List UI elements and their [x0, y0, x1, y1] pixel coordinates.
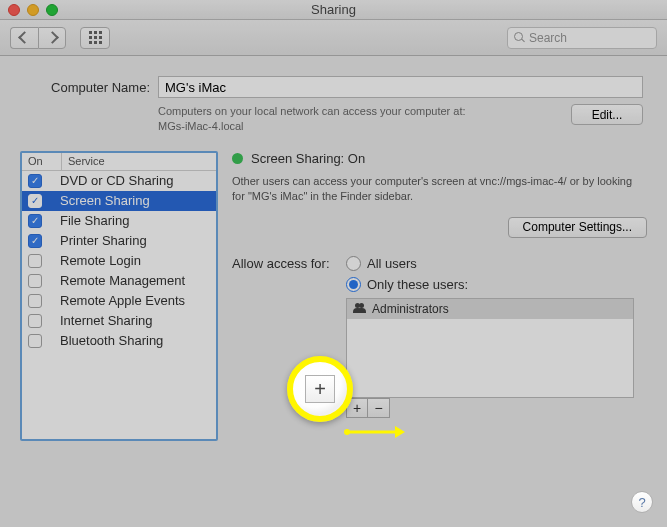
- chevron-right-icon: [46, 31, 59, 44]
- services-header-on: On: [22, 153, 62, 170]
- service-checkbox[interactable]: [28, 254, 42, 268]
- search-input[interactable]: Search: [507, 27, 657, 49]
- service-checkbox[interactable]: [28, 274, 42, 288]
- service-label: Remote Login: [60, 253, 141, 268]
- status-text: Screen Sharing: On: [251, 151, 365, 166]
- computer-settings-button[interactable]: Computer Settings...: [508, 217, 647, 238]
- computer-name-label: Computer Name:: [24, 80, 150, 95]
- services-header-service: Service: [62, 153, 216, 170]
- service-checkbox[interactable]: ✓: [28, 194, 42, 208]
- nav-buttons: [10, 27, 66, 49]
- service-row[interactable]: Remote Apple Events: [22, 291, 216, 311]
- service-label: Remote Apple Events: [60, 293, 185, 308]
- service-row[interactable]: Remote Management: [22, 271, 216, 291]
- service-label: Screen Sharing: [60, 193, 150, 208]
- add-remove-buttons: + −: [346, 398, 647, 418]
- back-button[interactable]: [10, 27, 38, 49]
- service-label: DVD or CD Sharing: [60, 173, 173, 188]
- service-checkbox[interactable]: ✓: [28, 214, 42, 228]
- service-row[interactable]: Remote Login: [22, 251, 216, 271]
- help-button[interactable]: ?: [631, 491, 653, 513]
- remove-user-button[interactable]: −: [368, 398, 390, 418]
- forward-button[interactable]: [38, 27, 66, 49]
- status-description: Other users can access your computer's s…: [232, 174, 647, 205]
- user-name: Administrators: [372, 302, 449, 316]
- radio-all-users[interactable]: All users: [346, 256, 468, 271]
- status-indicator-icon: [232, 153, 243, 164]
- add-user-button[interactable]: +: [346, 398, 368, 418]
- service-label: Printer Sharing: [60, 233, 147, 248]
- group-icon: [353, 303, 366, 314]
- service-label: Internet Sharing: [60, 313, 153, 328]
- radio-all-label: All users: [367, 256, 417, 271]
- grid-icon: [89, 31, 102, 44]
- service-row[interactable]: ✓File Sharing: [22, 211, 216, 231]
- service-checkbox[interactable]: [28, 314, 42, 328]
- show-all-button[interactable]: [80, 27, 110, 49]
- title-bar: Sharing: [0, 0, 667, 20]
- search-placeholder: Search: [529, 31, 567, 45]
- radio-only-users[interactable]: Only these users:: [346, 277, 468, 292]
- computer-name-field[interactable]: [158, 76, 643, 98]
- edit-hostname-button[interactable]: Edit...: [571, 104, 643, 125]
- list-item[interactable]: Administrators: [347, 299, 633, 319]
- service-row[interactable]: ✓Printer Sharing: [22, 231, 216, 251]
- services-header: On Service: [22, 153, 216, 171]
- service-checkbox[interactable]: ✓: [28, 234, 42, 248]
- service-row[interactable]: Bluetooth Sharing: [22, 331, 216, 351]
- radio-only-label: Only these users:: [367, 277, 468, 292]
- access-label: Allow access for:: [232, 256, 338, 271]
- service-row[interactable]: ✓DVD or CD Sharing: [22, 171, 216, 191]
- users-list[interactable]: Administrators: [346, 298, 634, 398]
- radio-icon: [346, 277, 361, 292]
- service-checkbox[interactable]: ✓: [28, 174, 42, 188]
- service-checkbox[interactable]: [28, 294, 42, 308]
- service-label: Remote Management: [60, 273, 185, 288]
- service-row[interactable]: ✓Screen Sharing: [22, 191, 216, 211]
- computer-name-description: Computers on your local network can acce…: [158, 104, 466, 135]
- search-icon: [514, 32, 525, 43]
- service-row[interactable]: Internet Sharing: [22, 311, 216, 331]
- window-title: Sharing: [0, 2, 667, 17]
- service-label: File Sharing: [60, 213, 129, 228]
- radio-icon: [346, 256, 361, 271]
- computer-name-section: Computer Name: Computers on your local n…: [0, 56, 667, 151]
- service-detail: Screen Sharing: On Other users can acces…: [232, 151, 647, 441]
- service-label: Bluetooth Sharing: [60, 333, 163, 348]
- chevron-left-icon: [18, 31, 31, 44]
- service-checkbox[interactable]: [28, 334, 42, 348]
- services-list[interactable]: On Service ✓DVD or CD Sharing✓Screen Sha…: [20, 151, 218, 441]
- toolbar: Search: [0, 20, 667, 56]
- main-area: On Service ✓DVD or CD Sharing✓Screen Sha…: [0, 151, 667, 459]
